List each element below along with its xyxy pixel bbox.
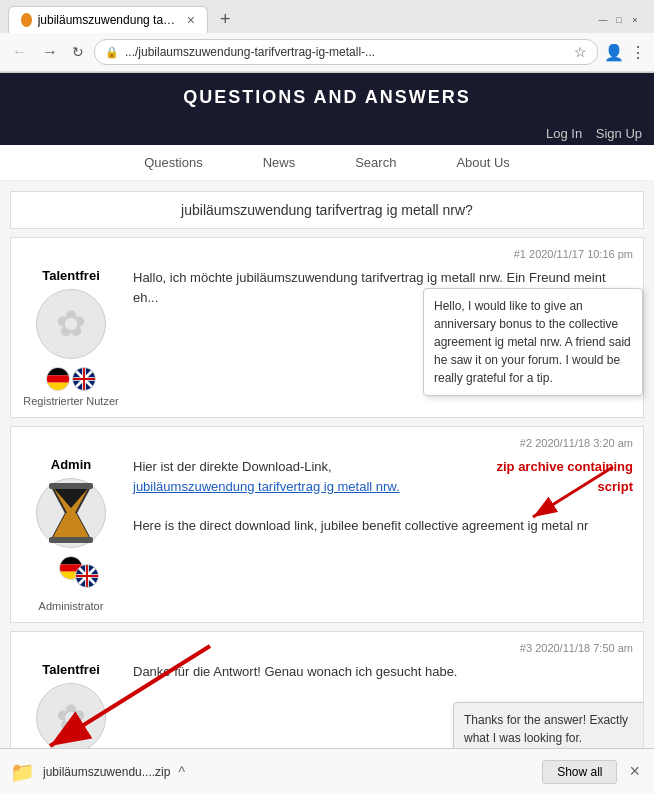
- svg-marker-12: [51, 513, 91, 541]
- nav-search[interactable]: Search: [355, 155, 396, 170]
- post-card-3: #3 2020/11/18 7:50 am Talentfrei ✿: [10, 631, 644, 761]
- tab-close-button[interactable]: ×: [187, 12, 195, 28]
- post-user-2: Admin: [21, 457, 121, 612]
- user-flags-2: [59, 556, 83, 580]
- account-icon[interactable]: 👤: [604, 43, 624, 62]
- reload-button[interactable]: ↻: [68, 42, 88, 62]
- bookmark-icon[interactable]: ☆: [574, 44, 587, 60]
- post-body-1: Talentfrei ✿: [21, 268, 633, 407]
- zip-label: zip archive containing script: [473, 457, 633, 496]
- login-link[interactable]: Log In: [546, 126, 582, 141]
- flower-icon-3: ✿: [56, 697, 86, 739]
- tab-title: jubiläumszuwendung tarifvertrag...: [38, 13, 177, 27]
- back-button[interactable]: ←: [8, 41, 32, 63]
- svg-rect-14: [49, 537, 93, 543]
- site-title: QUESTIONS AND ANSWERS: [14, 87, 640, 108]
- flag-de-icon: [46, 367, 70, 391]
- translation-tooltip-1: Hello, I would like to give an anniversa…: [423, 288, 643, 396]
- svg-rect-13: [49, 483, 93, 489]
- tab-bar: jubiläumszuwendung tarifvertrag... × + —…: [0, 0, 654, 33]
- svg-rect-1: [47, 375, 69, 382]
- post-user-3: Talentfrei ✿: [21, 662, 121, 761]
- flag-uk-icon: [72, 367, 96, 391]
- post-content-2: Hier ist der direkte Download-Link, jubi…: [133, 457, 633, 612]
- nav-about[interactable]: About Us: [456, 155, 509, 170]
- svg-rect-0: [47, 368, 69, 375]
- new-tab-button[interactable]: +: [212, 7, 239, 32]
- hourglass-svg: [46, 483, 96, 543]
- post-id-2: #2: [520, 437, 532, 449]
- svg-rect-2: [47, 383, 69, 390]
- post-date-1: 2020/11/17 10:16 pm: [529, 248, 633, 260]
- post-meta-3: #3 2020/11/18 7:50 am: [21, 642, 633, 654]
- post-card-2: #2 2020/11/18 3:20 am Admin: [10, 426, 644, 623]
- close-window-button[interactable]: ×: [628, 13, 642, 27]
- user-role-1: Registrierter Nutzer: [23, 395, 118, 407]
- flower-icon: ✿: [56, 303, 86, 345]
- download-file-icon: 📁: [10, 760, 35, 784]
- url-text: .../jubilaumszuwendung-tarifvertrag-ig-m…: [125, 45, 568, 59]
- download-bar: 📁 jubiläumszuwendu....zip ^ Show all ×: [0, 748, 654, 794]
- download-caret-icon[interactable]: ^: [178, 764, 185, 780]
- user-flags-1: [46, 367, 96, 391]
- post-body-2: Admin: [21, 457, 633, 612]
- post-card-1: #1 2020/11/17 10:16 pm Talentfrei ✿: [10, 237, 644, 418]
- download-close-button[interactable]: ×: [625, 761, 644, 782]
- post-text-de-3: Danke für die Antwort! Genau wonach ich …: [133, 664, 457, 679]
- avatar-1: ✿: [36, 289, 106, 359]
- username-1: Talentfrei: [42, 268, 100, 283]
- download-filename: jubiläumszuwendu....zip: [43, 765, 170, 779]
- post-body-3: Talentfrei ✿: [21, 662, 633, 761]
- flag-uk-icon-2: [75, 564, 99, 588]
- post-id-1: #1: [514, 248, 526, 260]
- nav-news[interactable]: News: [263, 155, 296, 170]
- avatar-2: [36, 478, 106, 548]
- show-all-button[interactable]: Show all: [542, 760, 617, 784]
- user-role-2: Administrator: [39, 600, 104, 612]
- zip-label-text: zip archive containing script: [496, 459, 633, 494]
- post-date-2: 2020/11/18 3:20 am: [535, 437, 633, 449]
- tab-favicon: [21, 13, 32, 27]
- translation-text-1: Hello, I would like to give an anniversa…: [434, 299, 631, 385]
- zip-annotation: zip archive containing script: [473, 457, 633, 543]
- post-user-1: Talentfrei ✿: [21, 268, 121, 407]
- svg-rect-15: [60, 557, 82, 564]
- download-link[interactable]: jubiläumszuwendung tarifvertrag ig metal…: [133, 479, 400, 494]
- signup-link[interactable]: Sign Up: [596, 126, 642, 141]
- minimize-button[interactable]: —: [596, 13, 610, 27]
- active-tab[interactable]: jubiläumszuwendung tarifvertrag... ×: [8, 6, 208, 33]
- page-content: jubiläumszuwendung tarifvertrag ig metal…: [0, 181, 654, 794]
- post-id-3: #3: [520, 642, 532, 654]
- address-bar[interactable]: 🔒 .../jubilaumszuwendung-tarifvertrag-ig…: [94, 39, 598, 65]
- question-title: jubiläumszuwendung tarifvertrag ig metal…: [10, 191, 644, 229]
- avatar-3: ✿: [36, 683, 106, 753]
- nav-bar: ← → ↻ 🔒 .../jubilaumszuwendung-tarifvert…: [0, 33, 654, 72]
- window-controls: — □ ×: [596, 13, 646, 27]
- browser-chrome: jubiläumszuwendung tarifvertrag... × + —…: [0, 0, 654, 73]
- post-content-1: Hallo, ich möchte jubiläumszuwendung tar…: [133, 268, 633, 407]
- nav-questions[interactable]: Questions: [144, 155, 203, 170]
- site-nav-right: Log In Sign Up: [0, 122, 654, 145]
- site-header: QUESTIONS AND ANSWERS: [0, 73, 654, 122]
- maximize-button[interactable]: □: [612, 13, 626, 27]
- forward-button[interactable]: →: [38, 41, 62, 63]
- username-2: Admin: [51, 457, 91, 472]
- username-3: Talentfrei: [42, 662, 100, 677]
- translation-text-3: Thanks for the answer! Exactly what I wa…: [464, 713, 628, 745]
- menu-icon[interactable]: ⋮: [630, 43, 646, 62]
- main-nav: Questions News Search About Us: [0, 145, 654, 181]
- post-meta-2: #2 2020/11/18 3:20 am: [21, 437, 633, 449]
- post-date-3: 2020/11/18 7:50 am: [535, 642, 633, 654]
- post-meta-1: #1 2020/11/17 10:16 pm: [21, 248, 633, 260]
- post-content-3: Danke für die Antwort! Genau wonach ich …: [133, 662, 633, 761]
- post-text-de-2: Hier ist der direkte Download-Link,: [133, 459, 332, 474]
- lock-icon: 🔒: [105, 46, 119, 59]
